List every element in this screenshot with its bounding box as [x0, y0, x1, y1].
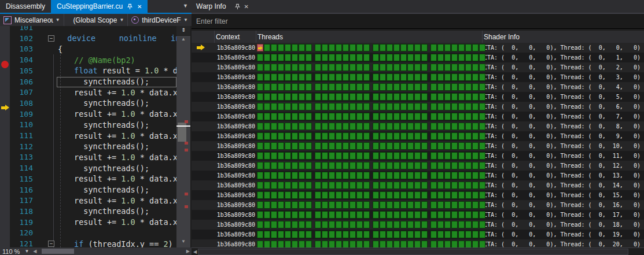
- thread-cell[interactable]: [393, 73, 400, 81]
- thread-cell[interactable]: [393, 123, 400, 130]
- thread-cell[interactable]: [363, 83, 370, 91]
- thread-cell[interactable]: [349, 231, 356, 238]
- thread-cell[interactable]: [329, 73, 335, 81]
- thread-cell[interactable]: [380, 211, 386, 219]
- thread-cell[interactable]: [322, 241, 328, 247]
- thread-cell[interactable]: [306, 221, 312, 228]
- thread-cell[interactable]: [292, 231, 298, 238]
- thread-cell[interactable]: [299, 142, 305, 150]
- thread-cell[interactable]: [407, 64, 414, 71]
- thread-cell[interactable]: [400, 132, 407, 140]
- warp-row[interactable]: 1b36a809c80CTA: ( 0, 0, 0), Thread: ( 0,…: [192, 180, 644, 190]
- thread-cell[interactable]: [458, 83, 465, 91]
- thread-cell[interactable]: [315, 103, 321, 110]
- code-line[interactable]: 115result += 1.0 * data.x: [0, 173, 176, 184]
- thread-cell[interactable]: [278, 182, 284, 189]
- thread-cell[interactable]: [264, 113, 270, 120]
- thread-cell[interactable]: [444, 172, 451, 179]
- thread-cell[interactable]: [292, 54, 298, 61]
- thread-cell[interactable]: [278, 221, 284, 228]
- tab-custeppingbarrier[interactable]: CuSteppingBarrier.cu ✕: [51, 0, 148, 13]
- thread-cell[interactable]: [387, 93, 393, 101]
- thread-cell[interactable]: [306, 142, 312, 150]
- thread-cell[interactable]: [373, 93, 379, 101]
- thread-cell[interactable]: [336, 123, 342, 130]
- thread-cell[interactable]: [479, 221, 485, 228]
- thread-cell[interactable]: [329, 211, 335, 219]
- thread-cell[interactable]: [479, 123, 485, 130]
- thread-cell[interactable]: [451, 64, 458, 71]
- thread-cell[interactable]: [444, 73, 451, 81]
- thread-cell[interactable]: [343, 182, 349, 189]
- thread-cell[interactable]: [264, 201, 270, 209]
- thread-cell[interactable]: [451, 93, 458, 101]
- thread-cell[interactable]: [380, 103, 386, 110]
- thread-cell[interactable]: [465, 182, 472, 189]
- thread-cell[interactable]: [292, 221, 298, 228]
- thread-cell[interactable]: [451, 182, 458, 189]
- thread-cell[interactable]: [322, 231, 328, 238]
- thread-cell[interactable]: [407, 83, 414, 91]
- thread-cell[interactable]: [400, 113, 407, 120]
- thread-cell[interactable]: [315, 93, 321, 101]
- thread-cell[interactable]: [444, 201, 451, 209]
- thread-cell[interactable]: [278, 103, 284, 110]
- thread-cell[interactable]: [336, 191, 342, 199]
- thread-cell[interactable]: [336, 83, 342, 91]
- code-line[interactable]: 109result += 1.0 * data.x: [0, 109, 176, 120]
- thread-cell[interactable]: [329, 123, 335, 130]
- thread-cell[interactable]: [437, 211, 444, 219]
- thread-cell[interactable]: [421, 221, 428, 228]
- chevron-down-icon[interactable]: ▼: [183, 3, 188, 9]
- thread-cell[interactable]: [387, 191, 393, 199]
- thread-cell[interactable]: [306, 241, 312, 247]
- vertical-scrollbar[interactable]: ⇕ ▲ ▼: [176, 26, 190, 247]
- thread-cell[interactable]: [322, 113, 328, 120]
- thread-cell[interactable]: [400, 162, 407, 169]
- thread-cell[interactable]: [380, 132, 386, 140]
- thread-cell[interactable]: [271, 152, 277, 160]
- thread-cell[interactable]: [400, 103, 407, 110]
- warp-row[interactable]: 1b36a809c80CTA: ( 0, 0, 0), Thread: ( 0,…: [192, 190, 644, 200]
- thread-cell[interactable]: [336, 103, 342, 110]
- thread-cell[interactable]: [414, 221, 421, 228]
- thread-cell[interactable]: [380, 83, 386, 91]
- thread-cell[interactable]: [421, 44, 428, 51]
- thread-cell[interactable]: [421, 93, 428, 101]
- thread-cell[interactable]: [479, 231, 485, 238]
- thread-cell[interactable]: [363, 123, 370, 130]
- warp-row[interactable]: 1b36a809c80CTA: ( 0, 0, 0), Thread: ( 0,…: [192, 131, 644, 141]
- thread-cell[interactable]: [437, 241, 444, 247]
- thread-cell[interactable]: [414, 132, 421, 140]
- thread-cell[interactable]: [472, 142, 479, 150]
- scroll-up-icon[interactable]: ▲: [176, 36, 190, 42]
- thread-cell[interactable]: [264, 64, 270, 71]
- thread-cell[interactable]: [472, 73, 479, 81]
- thread-cell[interactable]: [472, 132, 479, 140]
- thread-cell[interactable]: [349, 113, 356, 120]
- thread-cell[interactable]: [343, 221, 349, 228]
- warp-row[interactable]: 1b36a809c80CTA: ( 0, 0, 0), Thread: ( 0,…: [192, 43, 644, 53]
- thread-cell[interactable]: [292, 132, 298, 140]
- thread-cell[interactable]: [271, 73, 277, 81]
- thread-cell[interactable]: [349, 211, 356, 219]
- warp-row[interactable]: 1b36a809c80CTA: ( 0, 0, 0), Thread: ( 0,…: [192, 121, 644, 131]
- thread-cell[interactable]: [278, 201, 284, 209]
- pin-icon[interactable]: [127, 3, 133, 10]
- thread-cell[interactable]: [380, 172, 386, 179]
- thread-cell[interactable]: [451, 241, 458, 247]
- thread-cell[interactable]: [271, 221, 277, 228]
- thread-cell[interactable]: [465, 64, 472, 71]
- code-line[interactable]: 112__syncthreads();: [0, 141, 176, 152]
- thread-cell[interactable]: [356, 93, 363, 101]
- thread-cell[interactable]: [336, 152, 342, 160]
- thread-cell[interactable]: [387, 172, 393, 179]
- thread-cell[interactable]: [278, 54, 284, 61]
- thread-cell[interactable]: [414, 211, 421, 219]
- thread-cell[interactable]: [407, 182, 414, 189]
- thread-cell[interactable]: [257, 64, 263, 71]
- thread-cell[interactable]: [356, 83, 363, 91]
- thread-cell[interactable]: [306, 73, 312, 81]
- thread-cell[interactable]: [472, 211, 479, 219]
- thread-cell[interactable]: [363, 231, 370, 238]
